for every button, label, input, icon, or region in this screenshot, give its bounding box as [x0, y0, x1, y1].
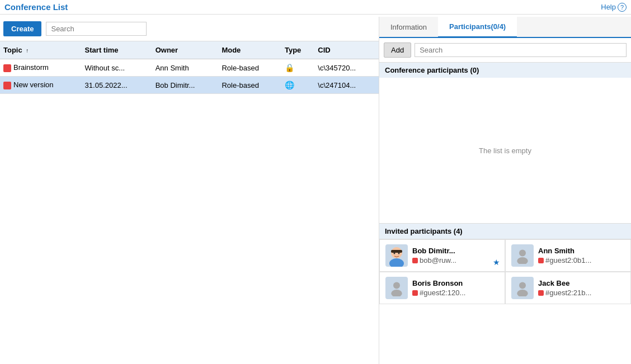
col-mode[interactable]: Mode: [218, 41, 281, 59]
color-indicator: [3, 82, 11, 89]
left-panel: Create Topic ↑ Start time Owner Mode Typ…: [0, 17, 379, 364]
avatar-silhouette: [385, 277, 408, 299]
cell-type: 🔒: [281, 59, 314, 77]
invited-participants-header: Invited participants (4): [379, 224, 631, 239]
topic-label: New version: [13, 81, 54, 89]
cell-mode: Role-based: [218, 77, 281, 94]
svg-point-7: [393, 282, 400, 289]
participant-name: Jack Bee: [538, 279, 591, 287]
add-row: Add: [379, 38, 631, 63]
participant-card[interactable]: Boris Bronson#guest2:120...: [379, 272, 505, 304]
participant-email: #guest2:21b...: [538, 289, 591, 297]
sort-arrow-icon: ↑: [26, 48, 29, 54]
invited-grid: Bob Dimitr...bob@ruw...★ Ann Smith#guest…: [379, 239, 631, 304]
avatar-silhouette: [511, 244, 534, 267]
tab-information[interactable]: Information: [379, 17, 438, 37]
participant-search-input[interactable]: [415, 43, 627, 57]
col-type[interactable]: Type: [281, 41, 314, 59]
tabs-bar: Information Participants(0/4): [379, 17, 631, 38]
avatar: [511, 277, 534, 299]
cell-type: 🌐: [281, 77, 314, 94]
svg-point-4: [398, 253, 400, 254]
email-text: bob@ruw...: [420, 256, 456, 264]
svg-rect-2: [391, 250, 402, 253]
participant-name: Bob Dimitr...: [412, 247, 456, 255]
col-cid[interactable]: CID: [314, 41, 379, 59]
app-title: Conference List: [4, 2, 68, 12]
toolbar: Create: [0, 17, 379, 41]
table-header-row: Topic ↑ Start time Owner Mode Type CID: [0, 41, 379, 59]
col-owner[interactable]: Owner: [152, 41, 219, 59]
cell-owner: Bob Dimitr...: [152, 77, 219, 94]
participant-card[interactable]: Bob Dimitr...bob@ruw...★: [379, 239, 505, 272]
add-button[interactable]: Add: [384, 42, 411, 58]
participant-email: bob@ruw...: [412, 256, 456, 264]
status-dot: [538, 258, 544, 263]
help-link[interactable]: Help ?: [601, 3, 627, 12]
search-input[interactable]: [46, 22, 147, 36]
svg-point-1: [389, 258, 404, 267]
email-text: #guest2:0b1...: [545, 256, 591, 264]
avatar: [385, 244, 408, 267]
avatar: [511, 244, 534, 267]
conference-participants-header: Conference participants (0): [379, 63, 631, 78]
participant-email: #guest2:120...: [412, 289, 465, 297]
color-indicator: [3, 64, 11, 72]
cell-cid: \c\247104...: [314, 77, 379, 94]
participant-info: Ann Smith#guest2:0b1...: [538, 247, 591, 264]
participant-card[interactable]: Ann Smith#guest2:0b1...: [505, 239, 631, 272]
table-row[interactable]: New version31.05.2022...Bob Dimitr...Rol…: [0, 77, 379, 94]
cell-mode: Role-based: [218, 59, 281, 77]
participant-card[interactable]: Jack Bee#guest2:21b...: [505, 272, 631, 304]
svg-point-5: [519, 250, 526, 257]
right-panel: Information Participants(0/4) Add Confer…: [379, 17, 631, 364]
star-icon: ★: [493, 258, 500, 267]
cell-topic: Brainstorm: [0, 59, 82, 77]
cell-topic: New version: [0, 77, 82, 94]
svg-point-3: [394, 253, 395, 254]
help-label: Help: [601, 3, 616, 11]
globe-icon: 🌐: [285, 81, 294, 89]
status-dot: [412, 290, 418, 296]
cell-owner: Ann Smith: [152, 59, 219, 77]
status-dot: [412, 258, 418, 263]
col-start-time[interactable]: Start time: [82, 41, 152, 59]
email-text: #guest2:120...: [420, 289, 465, 297]
participant-name: Ann Smith: [538, 247, 591, 255]
participant-email: #guest2:0b1...: [538, 256, 591, 264]
participants-panel: Add Conference participants (0) The list…: [379, 38, 631, 364]
conference-table: Topic ↑ Start time Owner Mode Type CID B…: [0, 41, 379, 364]
avatar: [385, 277, 408, 299]
invited-section: Invited participants (4) Bob Dimitr...bo…: [379, 223, 631, 304]
status-dot: [538, 290, 544, 296]
help-icon: ?: [618, 3, 627, 12]
col-topic[interactable]: Topic ↑: [0, 41, 82, 59]
table-row[interactable]: BrainstormWithout sc...Ann SmithRole-bas…: [0, 59, 379, 77]
cell-start-time: 31.05.2022...: [82, 77, 152, 94]
svg-point-8: [391, 290, 402, 296]
create-button[interactable]: Create: [3, 21, 41, 36]
empty-message: The list is empty: [479, 146, 531, 155]
participant-info: Jack Bee#guest2:21b...: [538, 279, 591, 297]
svg-point-6: [517, 257, 528, 264]
app-header: Conference List Help ?: [0, 0, 631, 15]
participant-info: Boris Bronson#guest2:120...: [412, 279, 465, 297]
avatar-silhouette: [511, 277, 534, 299]
tab-participants[interactable]: Participants(0/4): [438, 17, 517, 38]
cell-cid: \c\345720...: [314, 59, 379, 77]
conference-participants-area: The list is empty: [379, 78, 631, 223]
svg-point-9: [519, 282, 526, 289]
svg-point-10: [517, 290, 528, 296]
email-text: #guest2:21b...: [545, 289, 591, 297]
participant-name: Boris Bronson: [412, 279, 465, 287]
topic-label: Brainstorm: [13, 63, 49, 72]
participant-info: Bob Dimitr...bob@ruw...: [412, 247, 456, 264]
cell-start-time: Without sc...: [82, 59, 152, 77]
lock-icon: 🔒: [285, 63, 294, 72]
